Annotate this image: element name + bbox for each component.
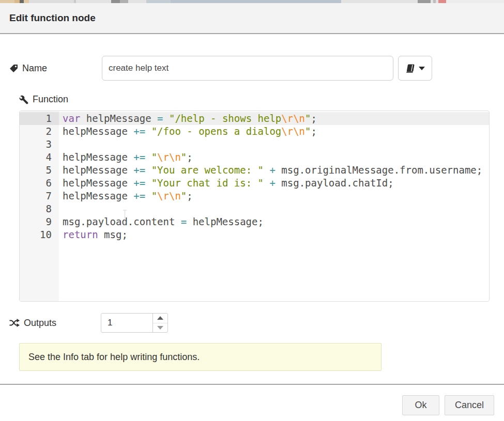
edit-function-node-dialog: Edit function node Name	[0, 3, 504, 421]
footer: Ok Cancel	[0, 385, 504, 415]
name-input[interactable]	[102, 56, 393, 81]
spinner-down-button[interactable]	[153, 323, 167, 333]
code-line	[59, 138, 489, 151]
library-button[interactable]	[398, 56, 432, 81]
gutter-line-number: 6	[20, 177, 59, 190]
outputs-spinner	[101, 313, 168, 333]
gutter-line-number: 5	[20, 164, 59, 177]
code-line: helpMessage += "/foo - opens a dialog\r\…	[59, 125, 489, 138]
info-box: See the Info tab for help writing functi…	[19, 343, 381, 371]
code-line: helpMessage += "\r\n";	[59, 151, 489, 164]
gutter-line-number: 8	[20, 202, 59, 215]
dialog-header: Edit function node	[0, 3, 504, 34]
spinner-buttons	[152, 314, 167, 332]
dialog-title: Edit function node	[9, 12, 96, 24]
function-label-text: Function	[33, 94, 68, 105]
editor-gutter: 12345678910	[20, 111, 59, 301]
function-label: Function	[19, 94, 495, 105]
triangle-up-icon	[157, 316, 163, 320]
book-icon	[405, 64, 415, 73]
code-editor[interactable]: 12345678910 var helpMessage = "/help - s…	[19, 111, 490, 302]
spinner-up-button[interactable]	[153, 314, 167, 323]
triangle-down-icon	[157, 326, 163, 330]
gutter-line-number: 10	[20, 228, 59, 241]
gutter-line-number: 2	[20, 125, 59, 138]
gutter-line-number: 9	[20, 215, 59, 228]
ok-button[interactable]: Ok	[402, 395, 439, 415]
name-label: Name	[9, 63, 102, 74]
code-line: helpMessage += "You are welcome: " + msg…	[59, 164, 489, 177]
name-row: Name	[9, 56, 495, 81]
code-line: helpMessage += "\r\n";	[59, 190, 489, 202]
wrench-icon	[19, 95, 28, 104]
gutter-line-number: 4	[20, 151, 59, 164]
name-label-text: Name	[22, 63, 47, 74]
outputs-row: Outputs	[9, 313, 495, 333]
outputs-label: Outputs	[9, 318, 101, 329]
gutter-line-number: 1	[20, 112, 59, 125]
tag-icon	[9, 64, 18, 73]
info-text: See the Info tab for help writing functi…	[28, 352, 200, 363]
text-cursor-pointer	[123, 210, 127, 226]
caret-down-icon	[419, 67, 425, 70]
code-line: return msg;	[59, 228, 489, 241]
outputs-label-text: Outputs	[24, 318, 56, 329]
gutter-line-number: 7	[20, 190, 59, 202]
cancel-button[interactable]: Cancel	[445, 395, 494, 415]
outputs-input[interactable]	[101, 314, 152, 332]
shuffle-icon	[9, 319, 20, 327]
editor-code-area: var helpMessage = "/help - shows help\r\…	[59, 111, 489, 301]
code-line: helpMessage += "Your chat id is: " + msg…	[59, 177, 489, 190]
gutter-line-number: 3	[20, 138, 59, 151]
code-line: var helpMessage = "/help - shows help\r\…	[59, 112, 489, 125]
